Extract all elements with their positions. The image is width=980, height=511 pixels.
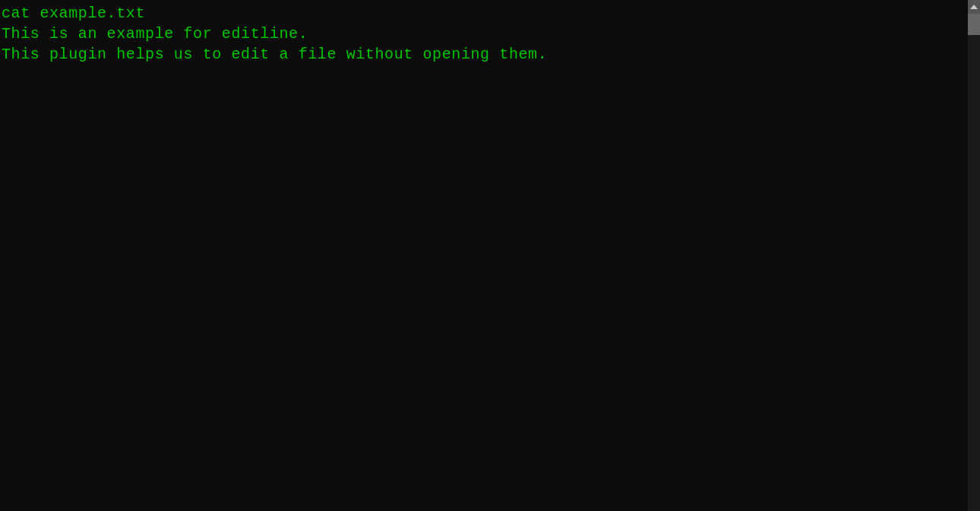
terminal-line xyxy=(2,414,980,434)
terminal-line xyxy=(2,290,980,311)
terminal-line xyxy=(2,249,980,270)
terminal-line xyxy=(2,147,980,167)
terminal-line xyxy=(2,65,980,85)
terminal-line xyxy=(2,373,980,393)
terminal-line: cat example.txt xyxy=(2,3,980,24)
terminal-line xyxy=(2,311,980,332)
terminal-output: cat example.txtThis is an example for ed… xyxy=(2,3,980,434)
scrollbar-thumb[interactable] xyxy=(968,14,980,35)
terminal-line xyxy=(2,85,980,106)
terminal-line xyxy=(2,270,980,290)
terminal-line xyxy=(2,208,980,229)
scrollbar-up-arrow[interactable] xyxy=(968,0,980,14)
terminal-line: This plugin helps us to edit a file with… xyxy=(2,44,980,65)
terminal-line xyxy=(2,229,980,249)
terminal-line xyxy=(2,167,980,188)
terminal-line xyxy=(2,332,980,352)
terminal-line xyxy=(2,352,980,373)
scrollbar-track xyxy=(968,0,980,511)
terminal-line xyxy=(2,188,980,208)
terminal-window[interactable]: cat example.txtThis is an example for ed… xyxy=(0,0,980,511)
terminal-line xyxy=(2,126,980,147)
terminal-line: This is an example for editline. xyxy=(2,24,980,44)
terminal-line xyxy=(2,393,980,414)
terminal-line xyxy=(2,106,980,126)
